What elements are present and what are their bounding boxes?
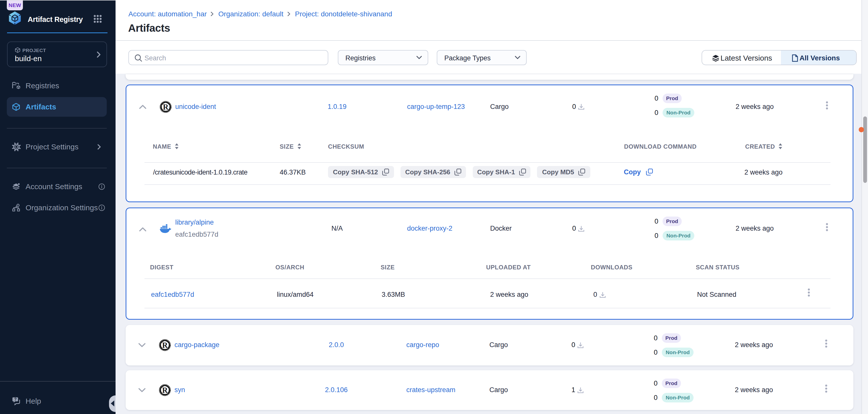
svg-text:?: ? xyxy=(14,397,17,402)
